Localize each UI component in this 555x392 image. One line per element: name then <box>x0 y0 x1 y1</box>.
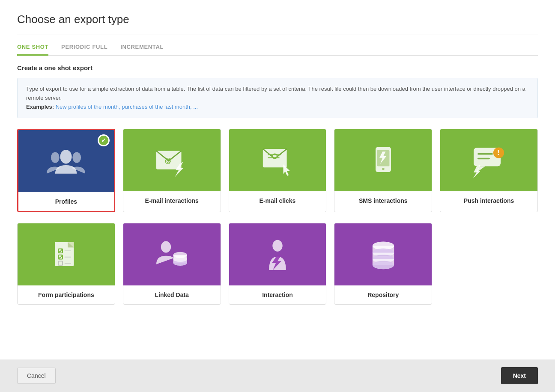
info-text-main: Type of export to use for a simple extra… <box>26 86 525 101</box>
card-form-participations[interactable]: Form participations <box>17 223 115 305</box>
card-profiles[interactable]: Profiles <box>17 129 115 212</box>
cards-row2: Form participations Linked Data <box>17 223 538 305</box>
card-label-repository: Repository <box>334 285 432 304</box>
card-label-push-interactions: Push interactions <box>440 191 537 210</box>
card-icon-email-interactions: @ <box>123 129 221 191</box>
footer: Cancel Next <box>0 359 555 392</box>
svg-point-2 <box>73 152 81 163</box>
card-push-interactions[interactable]: ! Push interactions <box>440 129 538 212</box>
card-icon-interaction <box>229 223 326 285</box>
card-icon-sms-interactions <box>334 129 432 191</box>
card-icon-linked-data <box>123 223 221 285</box>
push-interactions-icon: ! <box>470 141 508 180</box>
card-interaction[interactable]: Interaction <box>229 223 327 305</box>
card-linked-data[interactable]: Linked Data <box>123 223 221 305</box>
selected-checkmark <box>98 134 110 146</box>
info-box: Type of export to use for a simple extra… <box>17 78 538 118</box>
svg-point-1 <box>51 152 60 163</box>
page-title: Choose an export type <box>17 13 538 26</box>
svg-point-0 <box>60 150 72 163</box>
card-label-sms-interactions: SMS interactions <box>334 191 432 210</box>
svg-text:@: @ <box>165 157 172 164</box>
svg-text:!: ! <box>497 148 499 156</box>
profiles-icon <box>47 142 85 181</box>
sms-interactions-icon <box>364 141 403 180</box>
section-title: Create a one shot export <box>17 64 538 71</box>
tab-periodic-full[interactable]: PERIODIC FULL <box>61 44 107 56</box>
card-label-email-interactions: E-mail interactions <box>123 191 221 210</box>
svg-point-35 <box>173 256 187 262</box>
svg-marker-21 <box>473 165 480 178</box>
card-icon-email-clicks <box>229 129 326 191</box>
svg-point-36 <box>272 240 282 252</box>
next-button[interactable]: Next <box>501 367 538 384</box>
card-email-interactions[interactable]: @ E-mail interactions <box>123 129 221 212</box>
svg-point-13 <box>382 168 384 170</box>
card-label-profiles: Profiles <box>18 192 114 211</box>
card-label-linked-data: Linked Data <box>123 285 221 304</box>
card-label-email-clicks: E-mail clicks <box>229 191 326 210</box>
tab-incremental[interactable]: INCREMENTAL <box>120 44 164 56</box>
card-repository[interactable]: Repository <box>334 223 432 305</box>
tabs-container: ONE SHOT PERIODIC FULL INCREMENTAL <box>17 44 538 56</box>
card-icon-form-participations <box>18 223 115 285</box>
cancel-button[interactable]: Cancel <box>17 368 56 384</box>
repository-icon <box>364 235 403 274</box>
card-sms-interactions[interactable]: SMS interactions <box>334 129 432 212</box>
interaction-icon <box>258 235 297 274</box>
card-icon-push-interactions: ! <box>440 129 537 191</box>
card-email-clicks[interactable]: E-mail clicks <box>229 129 327 212</box>
form-participations-icon <box>49 238 83 272</box>
email-clicks-icon <box>258 141 297 180</box>
linked-data-icon <box>152 235 191 274</box>
card-label-interaction: Interaction <box>229 285 326 304</box>
info-examples-text: New profiles of the month, purchases of … <box>54 104 198 110</box>
card-icon-profiles <box>18 130 114 192</box>
info-examples-label: Examples: <box>26 104 54 110</box>
main-container: Choose an export type ONE SHOT PERIODIC … <box>0 0 555 359</box>
svg-point-31 <box>161 241 171 252</box>
divider <box>17 35 538 35</box>
card-label-form-participations: Form participations <box>18 285 115 304</box>
tab-one-shot[interactable]: ONE SHOT <box>17 44 48 56</box>
card-icon-repository <box>334 223 432 285</box>
email-interactions-icon: @ <box>152 141 191 180</box>
cards-row1: Profiles @ E-mail interactions <box>17 129 538 212</box>
empty-slot <box>440 223 538 305</box>
